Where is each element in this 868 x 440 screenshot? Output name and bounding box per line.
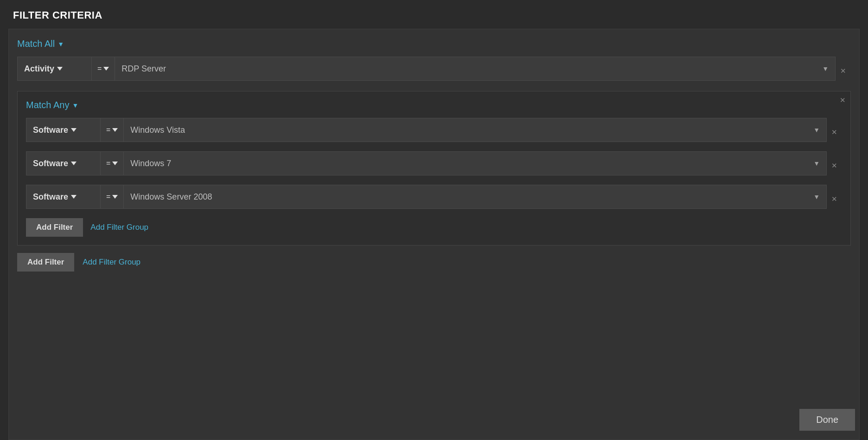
done-btn-container: Done — [799, 409, 855, 431]
software-vista-field-select[interactable]: Software — [26, 118, 101, 142]
software-ws2008-op-label: = — [106, 193, 110, 201]
inner-group-close-button[interactable]: ✕ — [840, 96, 846, 104]
activity-field-label: Activity — [24, 64, 54, 74]
outer-add-filter-group-button[interactable]: Add Filter Group — [83, 258, 140, 267]
software-ws2008-value-text: Windows Server 2008 — [130, 192, 813, 202]
software-vista-close-button[interactable]: ✕ — [827, 128, 842, 136]
software-win7-op-chevron-icon — [112, 162, 118, 165]
software-win7-value-area: Windows 7 ▼ — [124, 152, 826, 175]
software-vista-filter-row: Software = Windows Vista ▼ — [26, 118, 827, 142]
activity-value-area: RDP Server ▼ — [115, 57, 835, 80]
software-vista-value-chevron-icon[interactable]: ▼ — [813, 126, 820, 134]
software-vista-field-chevron-icon — [71, 128, 77, 132]
inner-filter-row-3: Software = Windows Server 2008 ▼ ✕ — [26, 185, 842, 214]
software-ws2008-field-label: Software — [33, 192, 68, 202]
activity-field-chevron-icon — [57, 67, 63, 71]
activity-field-select[interactable]: Activity — [18, 57, 92, 80]
software-win7-field-chevron-icon — [71, 162, 77, 165]
close-icon: ✕ — [840, 67, 846, 75]
software-vista-field-label: Software — [33, 125, 68, 135]
activity-filter-row: Activity = RDP Server ▼ — [17, 57, 836, 81]
software-vista-op-chevron-icon — [112, 128, 118, 132]
done-button[interactable]: Done — [799, 409, 855, 431]
software-ws2008-value-chevron-icon[interactable]: ▼ — [813, 193, 820, 201]
inner-add-filter-group-button[interactable]: Add Filter Group — [90, 223, 148, 232]
software-vista-op-select[interactable]: = — [101, 118, 124, 142]
match-any-label: Match Any — [26, 100, 69, 110]
inner-filter-row-2: Software = Windows 7 ▼ ✕ — [26, 151, 842, 180]
software-ws2008-field-chevron-icon — [71, 195, 77, 199]
software-win7-value-text: Windows 7 — [130, 159, 813, 168]
software-vista-value-text: Windows Vista — [130, 125, 813, 135]
close-icon: ✕ — [840, 96, 846, 104]
close-icon: ✕ — [831, 128, 837, 136]
software-ws2008-close-button[interactable]: ✕ — [827, 195, 842, 203]
close-icon: ✕ — [831, 195, 837, 203]
activity-value-text: RDP Server — [121, 64, 822, 74]
software-ws2008-value-area: Windows Server 2008 ▼ — [124, 185, 826, 208]
activity-row-close-button[interactable]: ✕ — [836, 67, 851, 75]
software-ws2008-op-select[interactable]: = — [101, 185, 124, 208]
software-ws2008-filter-row: Software = Windows Server 2008 ▼ — [26, 185, 827, 209]
activity-value-chevron-icon[interactable]: ▼ — [822, 65, 829, 72]
inner-add-filter-button[interactable]: Add Filter — [26, 218, 83, 237]
match-all-arrow: ▼ — [57, 40, 64, 48]
match-any-arrow: ▼ — [72, 102, 78, 109]
outer-add-filter-button[interactable]: Add Filter — [17, 253, 74, 272]
outer-group: Match All ▼ Activity = RDP Server ▼ — [8, 29, 860, 440]
software-win7-op-label: = — [106, 159, 110, 168]
software-vista-value-area: Windows Vista ▼ — [124, 118, 826, 142]
software-win7-value-chevron-icon[interactable]: ▼ — [813, 160, 820, 167]
software-win7-op-select[interactable]: = — [101, 152, 124, 175]
match-any-toggle[interactable]: Match Any ▼ — [26, 100, 78, 110]
outer-btn-row: Add Filter Add Filter Group — [17, 253, 851, 272]
software-ws2008-op-chevron-icon — [112, 195, 118, 199]
software-ws2008-field-select[interactable]: Software — [26, 185, 101, 208]
software-win7-close-button[interactable]: ✕ — [827, 162, 842, 170]
software-vista-op-label: = — [106, 126, 110, 134]
match-all-label: Match All — [17, 39, 55, 49]
inner-group: ✕ Match Any ▼ Software = — [17, 91, 851, 246]
filter-criteria-panel: FILTER CRITERIA Match All ▼ Activity = R… — [0, 0, 868, 440]
software-win7-filter-row: Software = Windows 7 ▼ — [26, 151, 827, 175]
panel-title: FILTER CRITERIA — [0, 0, 868, 29]
inner-filter-row-1: Software = Windows Vista ▼ ✕ — [26, 118, 842, 147]
inner-btn-row: Add Filter Add Filter Group — [26, 218, 842, 237]
close-icon: ✕ — [831, 162, 837, 170]
match-all-toggle[interactable]: Match All ▼ — [17, 39, 64, 49]
software-win7-field-label: Software — [33, 159, 68, 168]
outer-filter-row-1: Activity = RDP Server ▼ ✕ — [17, 57, 851, 85]
activity-op-label: = — [97, 65, 102, 73]
activity-op-chevron-icon — [103, 67, 109, 71]
software-win7-field-select[interactable]: Software — [26, 152, 101, 175]
activity-op-select[interactable]: = — [92, 57, 115, 80]
